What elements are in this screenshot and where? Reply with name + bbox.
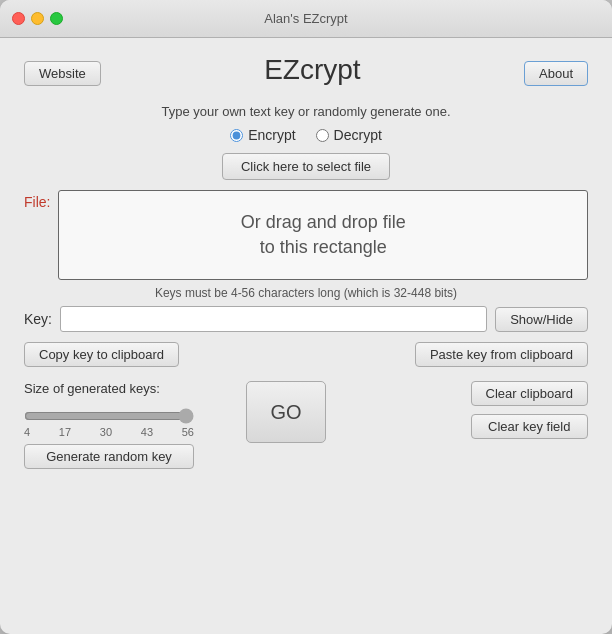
decrypt-radio[interactable] [316,129,329,142]
key-label: Key: [24,311,52,327]
window-title: Alan's EZcrypt [264,11,347,26]
tick-30: 30 [100,426,112,438]
maximize-button[interactable] [50,12,63,25]
drop-zone-text: Or drag and drop file to this rectangle [241,210,406,260]
tick-56: 56 [182,426,194,438]
app-title: EZcrypt [264,54,360,86]
generate-random-button[interactable]: Generate random key [24,444,194,469]
copy-key-button[interactable]: Copy key to clipboard [24,342,179,367]
website-button[interactable]: Website [24,61,101,86]
slider-ticks: 4 17 30 43 56 [24,426,194,438]
drop-line2: to this rectangle [260,237,387,257]
drop-line1: Or drag and drop file [241,212,406,232]
encrypt-label: Encrypt [248,127,295,143]
key-row: Key: Show/Hide [24,306,588,332]
about-button[interactable]: About [524,61,588,86]
size-label: Size of generated keys: [24,381,194,396]
tick-43: 43 [141,426,153,438]
decrypt-radio-label[interactable]: Decrypt [316,127,382,143]
key-size-slider[interactable] [24,408,194,424]
key-info-text: Keys must be 4-56 characters long (which… [24,286,588,300]
clear-clipboard-button[interactable]: Clear clipboard [471,381,588,406]
app-window: Alan's EZcrypt Website EZcrypt About Typ… [0,0,612,634]
paste-key-button[interactable]: Paste key from clipboard [415,342,588,367]
slider-area: 4 17 30 43 56 [24,408,194,438]
encrypt-radio-label[interactable]: Encrypt [230,127,295,143]
drop-zone[interactable]: Or drag and drop file to this rectangle [58,190,588,280]
decrypt-label: Decrypt [334,127,382,143]
main-content: Website EZcrypt About Type your own text… [0,38,612,634]
encrypt-radio[interactable] [230,129,243,142]
clear-key-button[interactable]: Clear key field [471,414,588,439]
close-button[interactable] [12,12,25,25]
minimize-button[interactable] [31,12,44,25]
key-input[interactable] [60,306,487,332]
encrypt-decrypt-group: Encrypt Decrypt [230,127,382,143]
file-label: File: [24,194,50,210]
app-title-area: Website EZcrypt About [24,54,588,100]
top-buttons-row: Website EZcrypt About [24,54,588,92]
left-controls: Size of generated keys: 4 17 30 43 56 Ge… [24,381,194,469]
bottom-section: Size of generated keys: 4 17 30 43 56 Ge… [24,381,588,469]
show-hide-button[interactable]: Show/Hide [495,307,588,332]
clipboard-row: Copy key to clipboard Paste key from cli… [24,342,588,367]
right-controls: Clear clipboard Clear key field [471,381,588,439]
tick-4: 4 [24,426,30,438]
subtitle-text: Type your own text key or randomly gener… [161,104,450,119]
file-row: File: Or drag and drop file to this rect… [24,190,588,280]
tick-17: 17 [59,426,71,438]
go-button[interactable]: GO [246,381,326,443]
select-file-button[interactable]: Click here to select file [222,153,390,180]
titlebar: Alan's EZcrypt [0,0,612,38]
traffic-lights [12,12,63,25]
